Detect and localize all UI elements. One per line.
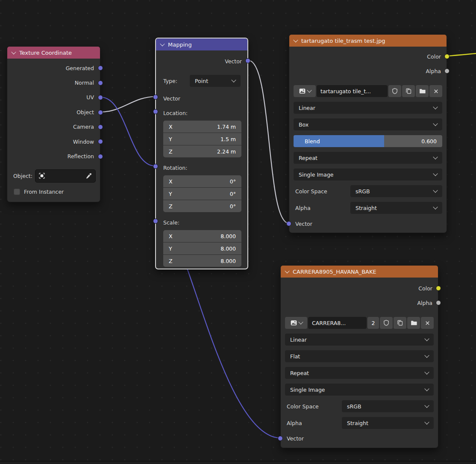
image-browse-button[interactable]	[285, 317, 307, 329]
collapse-chevron-icon[interactable]	[11, 50, 16, 54]
alpha-mode-select[interactable]: Straight	[342, 417, 434, 429]
node-title: Mapping	[168, 41, 192, 48]
vector-input-label: Vector	[289, 218, 447, 230]
mapping-type-select[interactable]: Point	[190, 75, 241, 87]
color-output-socket[interactable]	[444, 54, 450, 59]
object-field-label: Object:	[13, 173, 32, 179]
rotation-z-field[interactable]: Z0°	[163, 200, 241, 212]
image-texture-2-header[interactable]: CARRERA8905_HAVANA_BAKE	[281, 266, 438, 278]
open-image-button[interactable]	[416, 85, 429, 97]
chevron-down-icon	[433, 204, 438, 209]
vector-input-socket[interactable]	[278, 436, 283, 441]
source-select[interactable]: Single Image	[294, 168, 442, 180]
unlink-image-button[interactable]	[429, 85, 442, 97]
image-name-field[interactable]: CARRERA8...	[308, 317, 367, 329]
reflection-output-socket[interactable]	[98, 154, 103, 159]
open-image-button[interactable]	[407, 317, 420, 329]
scale-y-field[interactable]: Y8.000	[163, 242, 241, 254]
blend-slider[interactable]: Blend 0.600	[294, 135, 442, 147]
link-object-to-mapping-vector[interactable]	[100, 97, 155, 112]
rotation-y-field[interactable]: Y0°	[163, 188, 241, 200]
location-y-field[interactable]: Y1.5 m	[163, 133, 241, 145]
image-browse-button[interactable]	[294, 85, 316, 97]
alpha-output-socket[interactable]	[444, 68, 450, 74]
alpha-output-socket[interactable]	[436, 300, 441, 305]
chevron-down-icon	[424, 336, 429, 341]
color-space-label: Color Space	[294, 188, 350, 195]
fake-user-button[interactable]	[388, 85, 401, 97]
extension-select[interactable]: Repeat	[285, 367, 434, 379]
image-name-field[interactable]: tartarugato tile_t...	[317, 85, 388, 97]
mapping-header[interactable]: Mapping	[156, 38, 247, 50]
color-space-label: Color Space	[285, 403, 342, 410]
object-output-socket[interactable]	[98, 110, 103, 115]
color-output-socket[interactable]	[436, 286, 441, 291]
output-label-normal: Normal	[7, 75, 100, 90]
collapse-chevron-icon[interactable]	[285, 269, 289, 273]
from-instancer-checkbox[interactable]	[14, 189, 20, 195]
vector-output-socket[interactable]	[245, 58, 250, 63]
image-texture-node-1[interactable]: tartarugato tile_trasm test.jpg Color Al…	[289, 34, 447, 233]
link-mapping-to-texture1-vector[interactable]	[248, 60, 289, 223]
window-output-socket[interactable]	[98, 139, 103, 144]
rotation-x-field[interactable]: X0°	[163, 175, 241, 187]
node-title: tartarugato tile_trasm test.jpg	[301, 38, 385, 44]
node-editor-canvas[interactable]: Texture Coordinate Generated Normal UV O…	[0, 0, 476, 464]
collapse-chevron-icon[interactable]	[160, 41, 165, 46]
vector-output-label: Vector	[156, 55, 247, 67]
users-count-button[interactable]: 2	[367, 317, 379, 329]
vector-input-socket[interactable]	[153, 95, 158, 100]
color-space-select[interactable]: sRGB	[350, 185, 442, 197]
output-label-reflection: Reflection	[7, 149, 100, 163]
interpolation-select[interactable]: Linear	[285, 334, 434, 346]
close-icon	[433, 88, 439, 95]
vector-input-label: Vector	[156, 92, 247, 104]
blend-label: Blend	[305, 138, 320, 145]
extension-select[interactable]: Repeat	[294, 152, 442, 164]
interpolation-select[interactable]: Linear	[294, 102, 442, 114]
vector-input-socket[interactable]	[286, 221, 291, 226]
location-z-field[interactable]: Z2.24 m	[163, 145, 241, 157]
output-label-camera: Camera	[7, 120, 100, 134]
location-x-field[interactable]: X1.74 m	[163, 121, 241, 133]
texture-coordinate-node[interactable]: Texture Coordinate Generated Normal UV O…	[7, 46, 100, 202]
rotation-input-socket[interactable]	[153, 164, 158, 169]
alpha-mode-select[interactable]: Straight	[350, 202, 442, 214]
close-icon	[424, 320, 431, 326]
location-input-socket[interactable]	[153, 109, 158, 114]
link-texture1-color-out[interactable]	[447, 53, 476, 56]
folder-icon	[419, 88, 426, 95]
mapping-node[interactable]: Mapping Vector Type: Point Vector Locati…	[155, 38, 248, 269]
copy-icon	[397, 319, 403, 326]
texture-coordinate-header[interactable]: Texture Coordinate	[7, 47, 100, 59]
source-select[interactable]: Single Image	[285, 384, 434, 396]
object-picker-field[interactable]	[35, 169, 96, 183]
link-uv-to-mapping-rotation[interactable]	[100, 97, 155, 166]
scale-x-field[interactable]: X8.000	[163, 230, 241, 242]
image-texture-node-2[interactable]: CARRERA8905_HAVANA_BAKE Color Alpha CARR…	[280, 265, 438, 448]
rotation-values: X0° Y0° Z0°	[163, 175, 241, 212]
projection-select[interactable]: Box	[294, 118, 442, 130]
unlink-image-button[interactable]	[421, 317, 434, 329]
projection-select[interactable]: Flat	[285, 350, 434, 362]
vector-input-label: Vector	[281, 432, 438, 444]
copy-datablock-button[interactable]	[402, 85, 415, 97]
normal-output-socket[interactable]	[98, 80, 103, 86]
scale-z-field[interactable]: Z8.000	[163, 255, 241, 267]
collapse-chevron-icon[interactable]	[293, 38, 298, 42]
output-label-uv: UV	[7, 90, 100, 105]
copy-datablock-button[interactable]	[394, 317, 406, 329]
uv-output-socket[interactable]	[98, 95, 103, 100]
color-space-select[interactable]: sRGB	[342, 400, 434, 412]
link-to-texture2-vector[interactable]	[179, 248, 280, 438]
generated-output-socket[interactable]	[98, 65, 103, 71]
output-label-window: Window	[7, 134, 100, 149]
scale-input-socket[interactable]	[153, 219, 158, 224]
fake-user-button[interactable]	[380, 317, 393, 329]
camera-output-socket[interactable]	[98, 124, 103, 130]
shield-icon	[391, 88, 398, 95]
alpha-output-label: Alpha	[281, 297, 438, 309]
eyedropper-icon[interactable]	[85, 172, 92, 179]
image-texture-1-header[interactable]: tartarugato tile_trasm test.jpg	[289, 35, 447, 47]
output-label-generated: Generated	[7, 61, 100, 75]
